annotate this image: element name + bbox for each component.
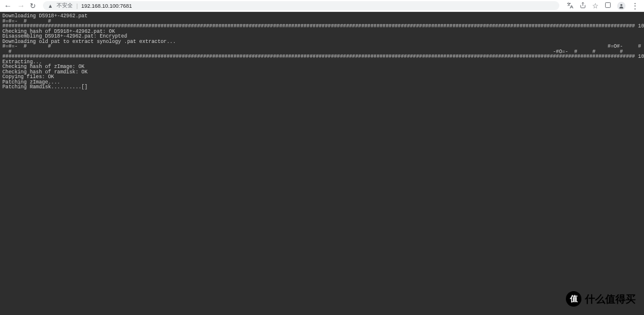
terminal-line: Copying files: OK: [2, 75, 642, 80]
security-label: 不安全: [57, 2, 73, 10]
share-icon[interactable]: [580, 2, 586, 10]
watermark-badge: 值: [566, 291, 581, 307]
reload-button[interactable]: ↻: [30, 2, 36, 10]
warning-icon: ▲: [48, 3, 53, 9]
browser-toolbar: ← → ↻ ▲ 不安全 | 192.168.10.100:7681 ☆ ⋮: [0, 0, 644, 12]
address-bar[interactable]: ▲ 不安全 | 192.168.10.100:7681: [43, 1, 559, 10]
forward-button[interactable]: →: [17, 1, 25, 10]
terminal-output: Downloading DS918+-42962.pat #=#=- # # #…: [0, 12, 644, 315]
svg-point-1: [620, 4, 622, 5]
watermark-text: 什么值得买: [585, 292, 636, 306]
terminal-line: Extracting...: [2, 60, 642, 65]
terminal-line: Checking hash of ramdisk: OK: [2, 70, 642, 75]
divider: |: [76, 3, 78, 9]
terminal-line: Patching Ramdisk..........[]: [2, 85, 642, 90]
terminal-line: ########################################…: [2, 54, 642, 60]
watermark: 值 什么值得买: [566, 291, 636, 307]
extensions-icon[interactable]: [605, 2, 611, 10]
terminal-line: Downloading DS918+-42962.pat: [2, 14, 642, 19]
toolbar-right: ☆ ⋮: [566, 2, 640, 10]
url-text: 192.168.10.100:7681: [81, 3, 555, 9]
terminal-line: Checking hash of zImage: OK: [2, 64, 642, 70]
bookmark-star-icon[interactable]: ☆: [592, 2, 599, 10]
terminal-line: Patching zImage....: [2, 80, 642, 85]
translate-icon[interactable]: [566, 2, 574, 10]
profile-avatar[interactable]: [617, 2, 626, 10]
menu-button[interactable]: ⋮: [631, 2, 638, 10]
back-button[interactable]: ←: [4, 1, 12, 10]
svg-rect-0: [605, 2, 610, 7]
